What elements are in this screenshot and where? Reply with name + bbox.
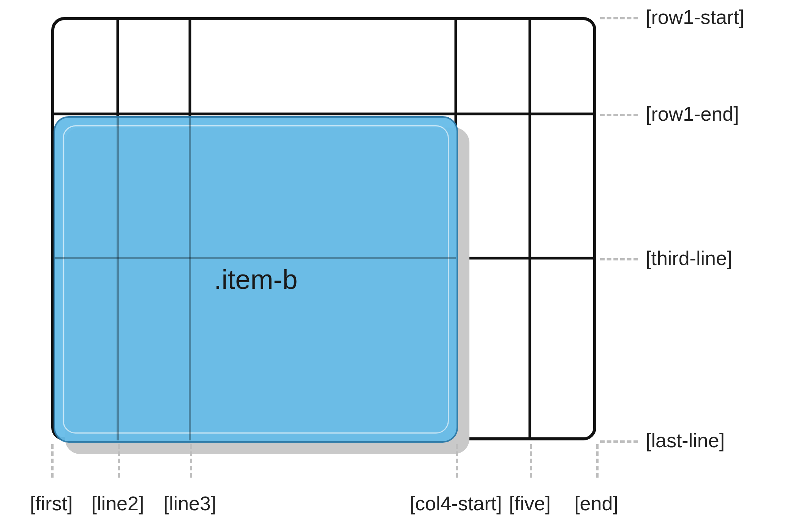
grid-line-row1-end: [54, 113, 594, 115]
row-label-last-line: [last-line]: [646, 431, 725, 450]
grid-line-third-line-faint: [55, 257, 456, 259]
row-guide-last-line: [600, 440, 638, 443]
row-label-third-line: [third-line]: [646, 248, 732, 268]
col-guide-line2: [118, 444, 120, 478]
col-guide-first: [51, 444, 54, 478]
row-guide-row1-end: [600, 114, 638, 116]
col-label-line2: [line2]: [92, 494, 144, 513]
row-label-row1-start: [row1-start]: [646, 7, 744, 27]
col-label-col4-start: [col4-start]: [410, 494, 502, 513]
row-guide-third-line: [600, 258, 638, 260]
grid-line-line3-faint: [189, 118, 191, 440]
grid-line-line2-faint: [117, 118, 119, 440]
col-label-five: [five]: [509, 494, 551, 513]
item-b-box: .item-b: [54, 116, 458, 443]
grid-line-five: [529, 19, 531, 438]
col-guide-line3: [190, 444, 192, 478]
col-label-line3: [line3]: [164, 494, 216, 513]
col-guide-five: [530, 444, 532, 478]
row-label-row1-end: [row1-end]: [646, 104, 739, 124]
col-guide-col4-start: [456, 444, 458, 478]
col-label-end: [end]: [574, 494, 618, 513]
col-guide-end: [596, 444, 599, 478]
col-label-first: [first]: [30, 494, 73, 513]
diagram-stage: .item-b [row1-start] [row1-end] [third-l…: [0, 0, 812, 530]
item-b-inner-border: [63, 125, 449, 434]
row-guide-row1-start: [600, 17, 638, 19]
